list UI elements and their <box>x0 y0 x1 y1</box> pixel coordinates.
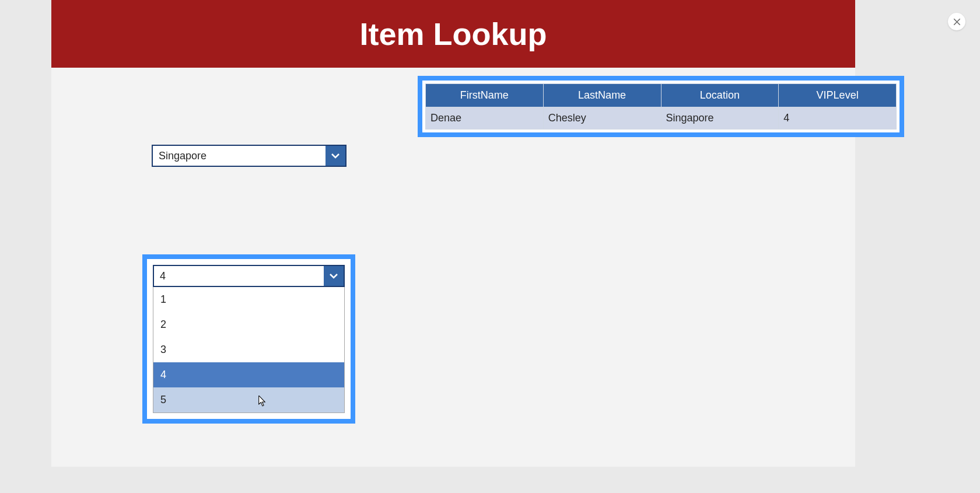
vip-dropdown-list: 1 2 3 4 5 <box>153 287 345 413</box>
column-header-lastname[interactable]: LastName <box>543 84 661 107</box>
page-title: Item Lookup <box>360 16 547 52</box>
cell-viplevel: 4 <box>779 107 897 130</box>
location-dropdown[interactable]: Singapore <box>152 145 346 167</box>
vip-dropdown-value: 4 <box>154 266 324 286</box>
vip-option-4[interactable]: 4 <box>153 362 344 387</box>
cell-location: Singapore <box>661 107 779 130</box>
column-header-firstname[interactable]: FirstName <box>426 84 544 107</box>
table-row[interactable]: Denae Chesley Singapore 4 <box>426 107 897 130</box>
header-bar: Item Lookup <box>51 0 855 68</box>
close-button[interactable] <box>948 13 965 30</box>
vip-option-5[interactable]: 5 <box>153 387 344 412</box>
vip-option-1[interactable]: 1 <box>153 287 344 312</box>
cell-firstname: Denae <box>426 107 544 130</box>
chevron-down-icon <box>326 146 345 166</box>
app-container: Item Lookup Singapore 4 1 2 3 4 5 <box>51 0 855 467</box>
chevron-down-icon <box>324 266 344 286</box>
vip-dropdown-highlighted-container: 4 1 2 3 4 5 <box>142 254 355 424</box>
cell-lastname: Chesley <box>543 107 661 130</box>
vip-dropdown[interactable]: 4 <box>153 265 345 287</box>
results-table-highlighted-container: FirstName LastName Location VIPLevel Den… <box>418 76 904 137</box>
results-table: FirstName LastName Location VIPLevel Den… <box>425 83 897 130</box>
location-dropdown-value: Singapore <box>153 146 326 166</box>
table-header-row: FirstName LastName Location VIPLevel <box>426 84 897 107</box>
vip-option-2[interactable]: 2 <box>153 312 344 337</box>
vip-option-3[interactable]: 3 <box>153 337 344 362</box>
column-header-location[interactable]: Location <box>661 84 779 107</box>
column-header-viplevel[interactable]: VIPLevel <box>779 84 897 107</box>
